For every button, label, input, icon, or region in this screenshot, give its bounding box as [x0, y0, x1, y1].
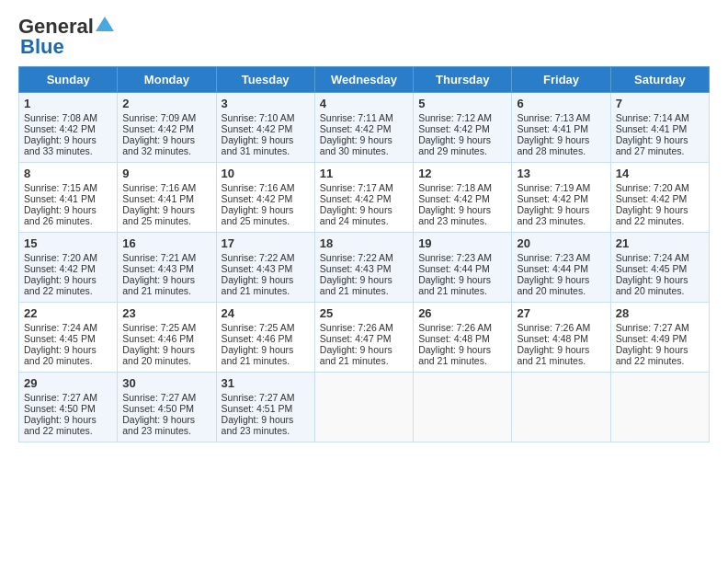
day-number: 4 [320, 97, 408, 110]
calendar-cell: 28 Sunrise: 7:27 AM Sunset: 4:49 PM Dayl… [610, 303, 709, 373]
day-number: 9 [122, 167, 210, 180]
header-day-thursday: Thursday [414, 67, 512, 93]
daylight-label: Daylight: 9 hours and 23 minutes. [222, 414, 294, 436]
sunset-label: Sunset: 4:46 PM [222, 333, 293, 344]
calendar-cell: 13 Sunrise: 7:19 AM Sunset: 4:42 PM Dayl… [512, 163, 610, 233]
calendar-cell: 15 Sunrise: 7:20 AM Sunset: 4:42 PM Dayl… [19, 233, 118, 303]
day-number: 16 [122, 236, 210, 250]
daylight-label: Daylight: 9 hours and 25 minutes. [222, 204, 294, 226]
day-number: 2 [122, 97, 210, 110]
sunrise-label: Sunrise: 7:14 AM [616, 112, 689, 123]
daylight-label: Daylight: 9 hours and 24 minutes. [320, 204, 392, 226]
sunset-label: Sunset: 4:43 PM [222, 263, 293, 274]
calendar-cell: 23 Sunrise: 7:25 AM Sunset: 4:46 PM Dayl… [118, 303, 216, 373]
day-number: 10 [222, 167, 310, 180]
calendar-cell: 27 Sunrise: 7:26 AM Sunset: 4:48 PM Dayl… [512, 303, 610, 373]
daylight-label: Daylight: 9 hours and 32 minutes. [122, 134, 195, 156]
calendar-cell: 9 Sunrise: 7:16 AM Sunset: 4:41 PM Dayli… [118, 163, 216, 233]
sunset-label: Sunset: 4:42 PM [320, 193, 392, 204]
calendar-week-3: 22 Sunrise: 7:24 AM Sunset: 4:45 PM Dayl… [19, 303, 710, 373]
calendar-table: SundayMondayTuesdayWednesdayThursdayFrid… [18, 66, 710, 442]
sunset-label: Sunset: 4:42 PM [616, 193, 688, 204]
calendar-cell [512, 373, 610, 442]
daylight-label: Daylight: 9 hours and 21 minutes. [320, 274, 392, 296]
calendar-cell: 20 Sunrise: 7:23 AM Sunset: 4:44 PM Dayl… [512, 233, 610, 303]
day-number: 21 [616, 236, 704, 250]
sunrise-label: Sunrise: 7:23 AM [418, 252, 492, 263]
sunset-label: Sunset: 4:42 PM [418, 193, 490, 204]
calendar-header-row: SundayMondayTuesdayWednesdayThursdayFrid… [19, 67, 710, 93]
calendar-week-1: 8 Sunrise: 7:15 AM Sunset: 4:41 PM Dayli… [19, 163, 710, 233]
sunrise-label: Sunrise: 7:17 AM [320, 182, 393, 193]
calendar-cell: 19 Sunrise: 7:23 AM Sunset: 4:44 PM Dayl… [414, 233, 512, 303]
day-number: 7 [616, 97, 704, 110]
day-number: 28 [616, 306, 704, 320]
daylight-label: Daylight: 9 hours and 21 minutes. [222, 344, 294, 366]
calendar-cell [414, 373, 512, 442]
sunrise-label: Sunrise: 7:16 AM [222, 182, 295, 193]
sunrise-label: Sunrise: 7:18 AM [418, 182, 492, 193]
sunset-label: Sunset: 4:47 PM [320, 333, 392, 344]
sunrise-label: Sunrise: 7:25 AM [122, 322, 196, 333]
daylight-label: Daylight: 9 hours and 27 minutes. [616, 134, 688, 156]
svg-marker-0 [96, 17, 114, 31]
sunset-label: Sunset: 4:42 PM [222, 123, 293, 134]
calendar-cell: 22 Sunrise: 7:24 AM Sunset: 4:45 PM Dayl… [19, 303, 118, 373]
sunrise-label: Sunrise: 7:15 AM [24, 182, 97, 193]
sunrise-label: Sunrise: 7:21 AM [122, 252, 196, 263]
sunset-label: Sunset: 4:45 PM [616, 263, 688, 274]
sunset-label: Sunset: 4:41 PM [24, 193, 96, 204]
daylight-label: Daylight: 9 hours and 21 minutes. [418, 274, 491, 296]
sunrise-label: Sunrise: 7:12 AM [418, 112, 492, 123]
daylight-label: Daylight: 9 hours and 21 minutes. [222, 274, 294, 296]
daylight-label: Daylight: 9 hours and 20 minutes. [517, 274, 589, 296]
calendar-cell: 1 Sunrise: 7:08 AM Sunset: 4:42 PM Dayli… [19, 93, 118, 163]
logo-blue: Blue [20, 35, 64, 59]
sunset-label: Sunset: 4:42 PM [320, 123, 392, 134]
daylight-label: Daylight: 9 hours and 20 minutes. [616, 274, 688, 296]
calendar-cell: 14 Sunrise: 7:20 AM Sunset: 4:42 PM Dayl… [610, 163, 709, 233]
logo: General Blue [18, 15, 115, 59]
calendar-week-2: 15 Sunrise: 7:20 AM Sunset: 4:42 PM Dayl… [19, 233, 710, 303]
day-number: 1 [24, 97, 112, 110]
sunrise-label: Sunrise: 7:26 AM [517, 322, 590, 333]
sunrise-label: Sunrise: 7:20 AM [24, 252, 97, 263]
day-number: 26 [418, 306, 506, 320]
sunrise-label: Sunrise: 7:20 AM [616, 182, 689, 193]
sunset-label: Sunset: 4:44 PM [517, 263, 588, 274]
sunrise-label: Sunrise: 7:10 AM [222, 112, 295, 123]
sunrise-label: Sunrise: 7:25 AM [222, 322, 295, 333]
day-number: 18 [320, 236, 408, 250]
page: General Blue SundayMondayTuesdayWednesda… [0, 0, 728, 563]
calendar-cell: 18 Sunrise: 7:22 AM Sunset: 4:43 PM Dayl… [314, 233, 413, 303]
header-day-sunday: Sunday [19, 67, 118, 93]
sunset-label: Sunset: 4:48 PM [418, 333, 490, 344]
sunset-label: Sunset: 4:41 PM [616, 123, 688, 134]
calendar-cell: 16 Sunrise: 7:21 AM Sunset: 4:43 PM Dayl… [118, 233, 216, 303]
calendar-week-4: 29 Sunrise: 7:27 AM Sunset: 4:50 PM Dayl… [19, 373, 710, 442]
calendar-cell: 10 Sunrise: 7:16 AM Sunset: 4:42 PM Dayl… [216, 163, 314, 233]
day-number: 6 [517, 97, 605, 110]
day-number: 3 [222, 97, 310, 110]
daylight-label: Daylight: 9 hours and 21 minutes. [517, 344, 589, 366]
daylight-label: Daylight: 9 hours and 26 minutes. [24, 204, 97, 226]
sunrise-label: Sunrise: 7:09 AM [122, 112, 196, 123]
day-number: 13 [517, 167, 605, 180]
day-number: 19 [418, 236, 506, 250]
daylight-label: Daylight: 9 hours and 31 minutes. [222, 134, 294, 156]
day-number: 11 [320, 167, 408, 180]
calendar-cell: 26 Sunrise: 7:26 AM Sunset: 4:48 PM Dayl… [414, 303, 512, 373]
day-number: 17 [222, 236, 310, 250]
sunrise-label: Sunrise: 7:22 AM [222, 252, 295, 263]
sunset-label: Sunset: 4:50 PM [24, 403, 96, 414]
calendar-cell: 17 Sunrise: 7:22 AM Sunset: 4:43 PM Dayl… [216, 233, 314, 303]
sunset-label: Sunset: 4:41 PM [517, 123, 588, 134]
sunrise-label: Sunrise: 7:23 AM [517, 252, 590, 263]
sunset-label: Sunset: 4:41 PM [122, 193, 194, 204]
day-number: 29 [24, 376, 112, 390]
calendar-cell [610, 373, 709, 442]
sunrise-label: Sunrise: 7:08 AM [24, 112, 97, 123]
sunset-label: Sunset: 4:42 PM [418, 123, 490, 134]
sunrise-label: Sunrise: 7:13 AM [517, 112, 590, 123]
daylight-label: Daylight: 9 hours and 23 minutes. [517, 204, 589, 226]
